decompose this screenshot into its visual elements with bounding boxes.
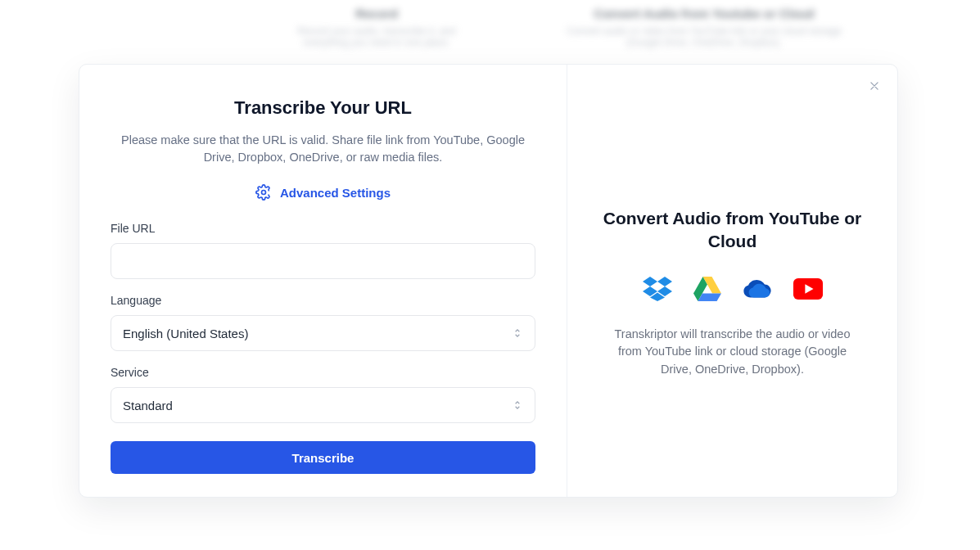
advanced-settings-button[interactable]: Advanced Settings: [111, 184, 535, 201]
chevrons-icon: [512, 399, 523, 411]
modal-title: Transcribe Your URL: [111, 97, 535, 119]
google-drive-icon: [693, 277, 721, 301]
right-title: Convert Audio from YouTube or Cloud: [590, 207, 874, 254]
svg-point-0: [261, 191, 265, 195]
service-value: Standard: [123, 399, 173, 412]
dropbox-icon: [643, 277, 672, 301]
modal-description: Please make sure that the URL is valid. …: [111, 132, 535, 166]
language-select[interactable]: English (United States): [111, 315, 535, 351]
onedrive-icon: [743, 277, 772, 301]
gear-icon: [255, 184, 272, 201]
close-button[interactable]: [865, 76, 884, 96]
service-select[interactable]: Standard: [111, 387, 535, 423]
file-url-label: File URL: [111, 222, 535, 235]
right-description: Transkriptor will transcribe the audio o…: [590, 326, 874, 379]
transcribe-button[interactable]: Transcribe: [111, 441, 535, 474]
transcribe-url-modal: Transcribe Your URL Please make sure tha…: [79, 64, 898, 498]
file-url-input[interactable]: [111, 243, 535, 279]
language-value: English (United States): [123, 327, 248, 340]
modal-left-pane: Transcribe Your URL Please make sure tha…: [79, 65, 567, 497]
youtube-icon: [793, 277, 823, 301]
svg-marker-1: [643, 277, 657, 286]
chevrons-icon: [512, 327, 523, 339]
advanced-settings-label: Advanced Settings: [280, 186, 391, 200]
svg-marker-2: [657, 277, 672, 286]
language-label: Language: [111, 294, 535, 307]
modal-right-pane: Convert Audio from YouTube or Cloud: [567, 65, 897, 497]
service-label: Service: [111, 366, 535, 379]
service-logos: [590, 277, 874, 301]
